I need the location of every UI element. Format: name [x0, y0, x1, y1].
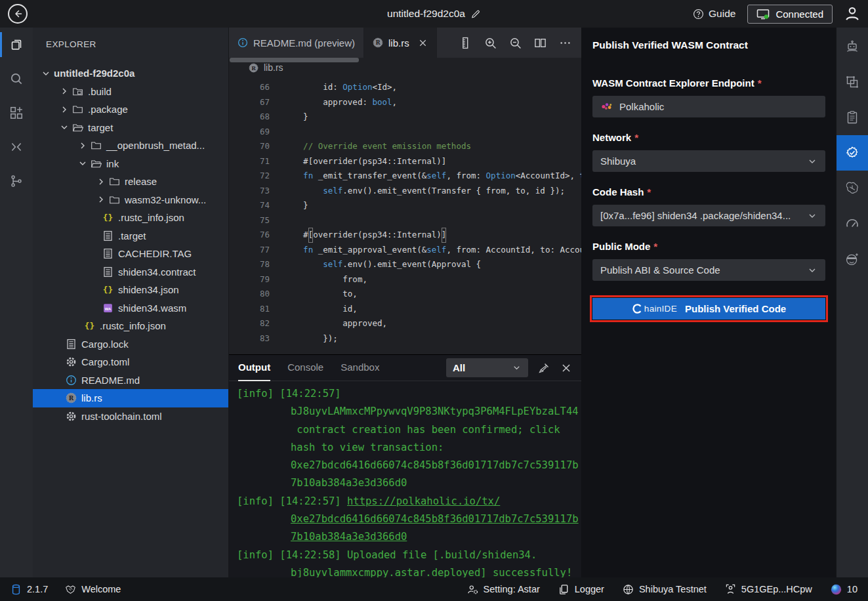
ellipsis-button[interactable]	[552, 28, 577, 58]
editor-tab-lib-rs[interactable]: Rlib.rs	[364, 28, 437, 58]
tab-output[interactable]: Output	[238, 355, 270, 381]
tree-item-ink[interactable]: ink	[33, 155, 228, 173]
activity-item-clipboard[interactable]	[837, 100, 868, 135]
log-link[interactable]: 7b10ab384a3e3d366d0	[291, 531, 407, 543]
line-number: 66	[229, 80, 283, 95]
activity-bar-right	[836, 28, 868, 577]
activity-item-emoji-cool[interactable]	[837, 241, 868, 277]
tree-item-target[interactable]: target	[33, 119, 228, 137]
guide-button[interactable]: Guide	[693, 8, 735, 20]
badge-check-icon	[845, 146, 859, 160]
status-5g1gep-hcpw[interactable]: 5G1GEp...HCpw	[725, 584, 812, 595]
close-panel-icon[interactable]	[560, 362, 572, 374]
tree-item-target[interactable]: .target	[33, 227, 228, 245]
tree-item-rust-toolchain-toml[interactable]: rust-toolchain.toml	[33, 407, 228, 426]
tree-item-cachedir-tag[interactable]: CACHEDIR.TAG	[33, 245, 228, 263]
copy-icon	[558, 584, 569, 595]
status-welcome[interactable]: Welcome	[65, 584, 121, 595]
activity-item-gauge[interactable]	[837, 206, 868, 241]
output-log: [info] [14:22:57]bJ8uyvLAMmxcMPpywvqV9P8…	[229, 381, 581, 577]
tree-item-wasm32-unknow[interactable]: wasm32-unknow...	[33, 191, 228, 209]
code-line: 77 fn _emit_approval_event(&self, from: …	[229, 243, 581, 258]
line-number: 72	[229, 169, 283, 184]
tree-item-build[interactable]: .build	[33, 83, 228, 101]
editor-tab-readme-md-preview[interactable]: README.md (preview)	[229, 28, 364, 58]
tab-console[interactable]: Console	[287, 355, 323, 381]
account-icon[interactable]	[844, 6, 860, 22]
file-doc-icon	[102, 230, 114, 241]
tree-item-openbrush-metad[interactable]: __openbrush_metad...	[33, 136, 228, 155]
chevron-right-icon	[59, 86, 70, 96]
tree-item-label: .rustc_info.json	[118, 212, 184, 223]
ruler-button[interactable]	[453, 28, 478, 58]
svg-text:R: R	[375, 39, 381, 46]
tree-item-package[interactable]: .package	[33, 100, 228, 119]
line-number: 77	[229, 243, 283, 258]
publish-verified-code-button[interactable]: hainIDE Publish Verified Code	[592, 298, 825, 320]
code-editor[interactable]: 66 id: Option<Id>,67 approved: bool,68 }…	[229, 77, 581, 354]
code-token: // Override event emission methods	[283, 139, 471, 154]
output-header: Output Console Sandbox All	[229, 355, 581, 381]
activity-item-git-branch[interactable]	[0, 164, 33, 198]
log-link[interactable]: 0xe27bdcd6416d66074c845b8f36d01717db7c7c…	[291, 513, 579, 525]
chevron-down-icon	[41, 68, 51, 79]
activity-item-openai[interactable]	[837, 171, 868, 206]
code-token: fn	[303, 169, 313, 184]
title-bar: untitled-f29d2c0a Guide Connected	[0, 0, 868, 28]
zoom-out-icon	[509, 37, 522, 49]
tree-item-shiden34-json[interactable]: {}shiden34.json	[33, 281, 228, 299]
field-code-hash[interactable]: [0x7a...fe96] shiden34 .package/shiden34…	[592, 205, 825, 226]
tree-item-cargo-lock[interactable]: Cargo.lock	[33, 335, 228, 354]
tree-item-lib-rs[interactable]: Rlib.rs	[33, 389, 228, 407]
required-asterisk: *	[634, 132, 638, 143]
tree-item-rustc-info-json[interactable]: {}.rustc_info.json	[33, 209, 228, 227]
tree-item-shiden34-contract[interactable]: shiden34.contract	[33, 263, 228, 281]
activity-item-collapse[interactable]	[0, 130, 33, 164]
log-link[interactable]: https://polkaholic.io/tx/	[347, 495, 500, 507]
tree-item-rustc-info-json[interactable]: {}.rustc_info.json	[33, 317, 228, 335]
activity-item-files[interactable]	[0, 28, 33, 62]
field-wasm-contract-explorer-endpoint[interactable]: Polkaholic	[592, 96, 825, 117]
output-filter-select[interactable]: All	[446, 358, 528, 377]
tree-item-release[interactable]: release	[33, 173, 228, 191]
status-logger[interactable]: Logger	[558, 584, 604, 595]
tab-sandbox[interactable]: Sandbox	[341, 355, 379, 381]
status-setting-astar[interactable]: Setting: Astar	[467, 584, 540, 595]
code-line: 76 #[overrider(psp34::Internal)]	[229, 228, 581, 243]
activity-item-badge-check[interactable]	[837, 135, 868, 171]
field-network[interactable]: Shibuya	[592, 150, 825, 172]
field-public-mode[interactable]: Publish ABI & Source Code	[592, 259, 825, 281]
breadcrumb-label: lib.rs	[264, 62, 283, 73]
code-token	[283, 169, 303, 184]
status-shibuya-testnet[interactable]: Shibuya Testnet	[623, 584, 707, 595]
clear-output-icon[interactable]	[538, 362, 550, 374]
status-10[interactable]: 10	[831, 584, 858, 595]
split-button[interactable]	[527, 28, 552, 58]
zoom-in-button[interactable]	[478, 28, 503, 58]
activity-item-robot[interactable]	[837, 29, 868, 64]
close-x-icon[interactable]	[418, 38, 428, 48]
gear-icon	[66, 356, 77, 367]
code-line: 74 }	[229, 198, 581, 213]
rename-pencil-icon[interactable]	[471, 9, 481, 19]
code-token: }	[283, 198, 308, 213]
connected-button[interactable]: Connected	[747, 5, 833, 24]
status-2-1-7[interactable]: 2.1.7	[10, 584, 48, 595]
tree-item-readme-md[interactable]: README.md	[33, 371, 228, 390]
tabbar-scrollbar[interactable]	[230, 58, 359, 62]
tree-item-untitled-f29d2c0a[interactable]: untitled-f29d2c0a	[33, 64, 228, 83]
back-button[interactable]	[8, 4, 28, 24]
svg-text:WA: WA	[105, 307, 112, 311]
code-token: , from:	[446, 169, 486, 184]
collapse-icon	[9, 140, 24, 154]
gear-icon	[66, 411, 77, 422]
scaffold-icon	[845, 75, 859, 89]
file-doc-icon	[102, 248, 114, 259]
activity-item-grid-plus[interactable]	[0, 96, 33, 130]
tree-item-shiden34-wasm[interactable]: WAshiden34.wasm	[33, 299, 228, 318]
code-line: 70 // Override event emission methods	[229, 139, 581, 154]
tree-item-cargo-toml[interactable]: Cargo.toml	[33, 353, 228, 371]
activity-item-scaffold[interactable]	[837, 64, 868, 100]
zoom-out-button[interactable]	[503, 28, 527, 58]
activity-item-search[interactable]	[0, 62, 33, 96]
